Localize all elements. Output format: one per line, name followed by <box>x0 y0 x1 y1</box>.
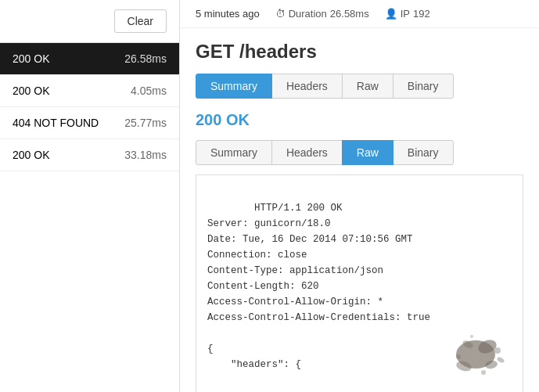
request-duration: 33.18ms <box>124 149 167 161</box>
request-title: GET /headers <box>196 41 523 63</box>
svg-point-8 <box>470 335 473 338</box>
response-tab-bar: SummaryHeadersRawBinary <box>196 140 523 165</box>
response-section: 200 OK SummaryHeadersRawBinary HTTP/1.1 … <box>196 111 523 392</box>
request-duration: 4.05ms <box>131 85 167 97</box>
response-tab-binary[interactable]: Binary <box>393 140 454 165</box>
request-item[interactable]: 200 OK 4.05ms <box>0 75 179 107</box>
duration-label: Duration <box>289 8 327 20</box>
ink-splatter-decoration <box>444 327 507 382</box>
request-tab-bar: SummaryHeadersRawBinary <box>196 74 523 99</box>
tab-headers[interactable]: Headers <box>271 74 343 99</box>
sidebar: Clear 200 OK 26.58ms 200 OK 4.05ms 404 N… <box>0 0 180 392</box>
request-list: 200 OK 26.58ms 200 OK 4.05ms 404 NOT FOU… <box>0 43 179 392</box>
panel-content: GET /headers SummaryHeadersRawBinary 200… <box>180 28 539 392</box>
sidebar-header: Clear <box>0 0 179 43</box>
request-item[interactable]: 200 OK 33.18ms <box>0 139 179 171</box>
duration-info: ⏱ Duration 26.58ms <box>275 8 369 20</box>
timestamp: 5 minutes ago <box>196 8 260 20</box>
request-status: 200 OK <box>13 149 49 161</box>
request-item[interactable]: 200 OK 26.58ms <box>0 43 179 75</box>
clock-icon: ⏱ <box>275 8 286 20</box>
request-duration: 25.77ms <box>124 117 167 129</box>
ip-label: IP <box>401 8 410 20</box>
person-icon: 👤 <box>385 8 397 20</box>
svg-point-6 <box>456 354 461 359</box>
svg-point-7 <box>481 370 486 375</box>
response-status: 200 OK <box>196 111 523 129</box>
tab-summary[interactable]: Summary <box>196 74 272 99</box>
request-duration: 26.58ms <box>124 52 167 65</box>
duration-value: 26.58ms <box>330 8 369 20</box>
svg-point-9 <box>496 356 505 364</box>
request-status: 404 NOT FOUND <box>13 117 99 129</box>
ip-info: 👤 IP 192 <box>385 8 430 20</box>
response-tab-raw[interactable]: Raw <box>342 140 393 165</box>
raw-content: HTTP/1.1 200 OK Server: gunicorn/18.0 Da… <box>196 174 523 392</box>
top-bar: 5 minutes ago ⏱ Duration 26.58ms 👤 IP 19… <box>180 0 539 28</box>
clear-button[interactable]: Clear <box>114 9 167 33</box>
request-status: 200 OK <box>13 85 49 97</box>
ip-value: 192 <box>413 8 430 20</box>
svg-point-5 <box>494 347 501 354</box>
request-status: 200 OK <box>13 52 49 65</box>
request-item[interactable]: 404 NOT FOUND 25.77ms <box>0 107 179 139</box>
main-panel: 5 minutes ago ⏱ Duration 26.58ms 👤 IP 19… <box>180 0 539 392</box>
response-tab-headers[interactable]: Headers <box>271 140 343 165</box>
response-tab-summary[interactable]: Summary <box>196 140 272 165</box>
tab-raw[interactable]: Raw <box>342 74 393 99</box>
tab-binary[interactable]: Binary <box>393 74 454 99</box>
